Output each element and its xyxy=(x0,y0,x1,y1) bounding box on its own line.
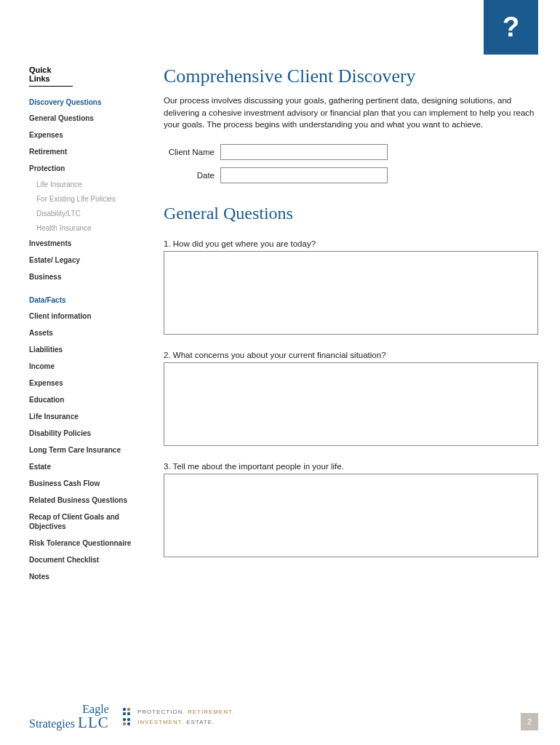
nav-assets[interactable]: Assets xyxy=(29,328,156,338)
nav-header-data-facts[interactable]: Data/Facts xyxy=(29,296,156,304)
nav-disability-ltc[interactable]: Disability/LTC xyxy=(36,210,156,218)
main-content: Comprehensive Client Discovery Our proce… xyxy=(156,65,538,589)
client-name-input[interactable] xyxy=(220,144,388,160)
svg-point-6 xyxy=(123,722,126,725)
nav-long-term-care[interactable]: Long Term Care Insurance xyxy=(29,445,156,455)
nav-general-questions[interactable]: General Questions xyxy=(29,113,156,123)
nav-recap-goals[interactable]: Recap of Client Goals and Objectives xyxy=(29,512,156,531)
help-tab[interactable]: ? xyxy=(484,0,538,55)
nav-notes[interactable]: Notes xyxy=(29,572,156,581)
q2-label: 2. What concerns you about your current … xyxy=(164,351,538,359)
nav-client-info[interactable]: Client information xyxy=(29,311,156,321)
nav-life-insurance-2[interactable]: Life Insurance xyxy=(29,412,156,421)
nav-existing-life[interactable]: For Existing Life Policies xyxy=(36,195,156,203)
svg-point-0 xyxy=(123,707,126,710)
section-title-general: General Questions xyxy=(164,204,538,223)
q1-textarea[interactable] xyxy=(164,251,538,335)
logo-line-2b: LLC xyxy=(78,714,109,731)
nav-expenses-2[interactable]: Expenses xyxy=(29,378,156,388)
footer: Eagle Strategies LLC PROTECTION. RETIREM… xyxy=(29,704,538,730)
nav-document-checklist[interactable]: Document Checklist xyxy=(29,555,156,565)
client-name-label: Client Name xyxy=(164,148,220,156)
sidebar: Quick Links Discovery Questions General … xyxy=(29,65,156,589)
svg-point-7 xyxy=(127,722,130,725)
q1-label: 1. How did you get where you are today? xyxy=(164,239,538,248)
nav-estate-legacy[interactable]: Estate/ Legacy xyxy=(29,255,156,265)
nav-investments[interactable]: Investments xyxy=(29,239,156,248)
intro-text: Our process involves discussing your goa… xyxy=(164,95,538,131)
svg-point-5 xyxy=(127,717,130,720)
nav-disability-policies[interactable]: Disability Policies xyxy=(29,429,156,438)
svg-point-4 xyxy=(123,717,126,720)
logo-line-2a: Strategies xyxy=(29,717,75,730)
nav-education[interactable]: Education xyxy=(29,395,156,405)
nav-risk-tolerance[interactable]: Risk Tolerance Questionnaire xyxy=(29,538,156,548)
page-title: Comprehensive Client Discovery xyxy=(164,65,538,87)
logo: Eagle Strategies LLC xyxy=(29,704,109,730)
date-label: Date xyxy=(164,171,220,180)
tag-protection: PROTECTION. xyxy=(137,709,185,715)
nav-life-insurance[interactable]: Life Insurance xyxy=(36,180,156,188)
tag-retirement: RETIREMENT. xyxy=(188,709,234,715)
quick-links-heading: Quick Links xyxy=(29,65,73,87)
nav-header-discovery[interactable]: Discovery Questions xyxy=(29,98,156,106)
nav-health-insurance[interactable]: Health Insurance xyxy=(36,224,156,232)
nav-estate[interactable]: Estate xyxy=(29,462,156,471)
svg-point-3 xyxy=(127,712,130,714)
nav-business[interactable]: Business xyxy=(29,272,156,282)
nav-retirement[interactable]: Retirement xyxy=(29,147,156,156)
nav-related-business[interactable]: Related Business Questions xyxy=(29,495,156,505)
question-icon: ? xyxy=(503,12,519,43)
nav-expenses[interactable]: Expenses xyxy=(29,130,156,140)
nav-liabilities[interactable]: Liabilities xyxy=(29,345,156,354)
tagline: PROTECTION. RETIREMENT. INVESTMENT. ESTA… xyxy=(122,707,234,728)
date-input[interactable] xyxy=(220,167,388,183)
nav-income[interactable]: Income xyxy=(29,362,156,371)
nav-protection[interactable]: Protection xyxy=(29,164,156,173)
dots-icon xyxy=(122,707,132,717)
q3-label: 3. Tell me about the important people in… xyxy=(164,462,538,471)
q3-textarea[interactable] xyxy=(164,474,538,557)
svg-point-2 xyxy=(123,712,126,714)
dots-icon xyxy=(122,717,132,728)
tag-estate: ESTATE. xyxy=(186,719,215,725)
page-number: 2 xyxy=(521,713,538,730)
q2-textarea[interactable] xyxy=(164,362,538,446)
tag-investment: INVESTMENT. xyxy=(137,719,184,725)
svg-point-1 xyxy=(127,707,130,710)
nav-business-cash-flow[interactable]: Business Cash Flow xyxy=(29,479,156,488)
